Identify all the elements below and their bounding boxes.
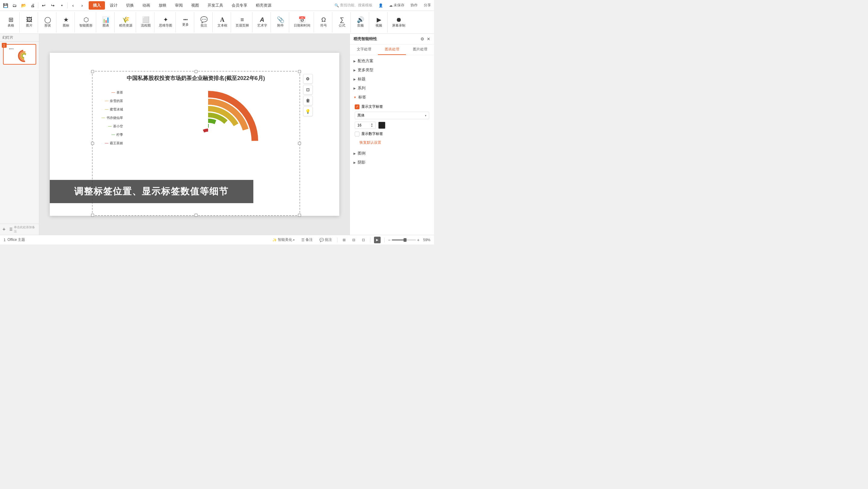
ribbon-btn-shape[interactable]: ◯ 形状	[41, 16, 54, 29]
section-labels[interactable]: ▼ 标签	[350, 93, 434, 102]
ribbon-btn-chart[interactable]: 📊 图表	[99, 16, 113, 29]
ribbon-btn-image[interactable]: 🖼 图片	[23, 16, 36, 29]
handle-tl[interactable]	[91, 70, 94, 73]
tab-switch[interactable]: 切换	[122, 1, 138, 10]
tab-present[interactable]: 放映	[154, 1, 171, 10]
section-shadow[interactable]: ▶ 阴影	[350, 158, 434, 167]
ribbon-btn-screenrecord[interactable]: ⏺ 屏幕录制	[391, 16, 407, 29]
ribbon-btn-daoke[interactable]: 🌾 稻壳资源	[118, 16, 134, 29]
ribbon-btn-audio[interactable]: 🔊 音频	[354, 16, 367, 29]
share-btn[interactable]: 分享	[422, 2, 433, 9]
ribbon-btn-datetime[interactable]: 📅 日期和时间	[292, 16, 312, 29]
slide-panel-tab-label[interactable]: 幻灯片	[2, 35, 13, 40]
ribbon-group-textbox: A 文本框	[214, 12, 231, 33]
handle-br[interactable]	[298, 214, 301, 217]
comment-btn[interactable]: 💬 批注	[318, 237, 334, 243]
float-settings-btn[interactable]: ⚙	[303, 74, 313, 84]
redo-btn[interactable]: ↪	[49, 1, 57, 10]
user-icon: 👤	[378, 3, 383, 7]
open-icon-btn[interactable]: 📂	[19, 1, 28, 10]
panel-close-icon[interactable]: ✕	[427, 36, 430, 41]
ribbon-btn-textbox[interactable]: A 文本框	[216, 16, 229, 29]
section-title[interactable]: ▶ 标题	[350, 75, 434, 84]
tab-design[interactable]: 设计	[105, 1, 122, 10]
arrow-legend: ▶	[353, 152, 356, 155]
smart-beautify-btn[interactable]: ✨ 智能美化 ▾	[271, 237, 296, 243]
save-icon-btn[interactable]: 💾	[1, 1, 10, 10]
ribbon-btn-video[interactable]: ▶ 视频	[372, 16, 385, 29]
float-data-btn[interactable]: ⊡	[303, 85, 313, 94]
insert-tab-active[interactable]: 插入	[89, 1, 105, 10]
tab-animate[interactable]: 动画	[138, 1, 154, 10]
arrow-color-scheme: ▶	[353, 59, 356, 63]
play-btn[interactable]: ▶	[374, 237, 381, 243]
show-number-label-checkbox[interactable]: 显示数字标签	[355, 131, 383, 137]
tab-daoke[interactable]: 稻壳资源	[251, 1, 276, 10]
zoom-slider[interactable]	[392, 239, 416, 240]
ribbon-btn-flow[interactable]: ⬜ 流程图	[139, 16, 152, 29]
search-box[interactable]: 🔍 查找功能、搜索模板	[333, 2, 374, 9]
show-number-label-text: 显示数字标签	[361, 131, 383, 137]
tab-view[interactable]: 视图	[187, 1, 203, 10]
avatar-icon[interactable]: 👤	[377, 2, 385, 8]
float-tip-btn[interactable]: 💡	[303, 107, 313, 116]
add-slide-btn[interactable]: +	[2, 226, 6, 233]
comment-label: 批注	[325, 237, 332, 242]
slide-menu-icon[interactable]: ☰	[9, 227, 13, 232]
section-color-scheme[interactable]: ▶ 配色方案	[350, 56, 434, 65]
tab-text-processing[interactable]: 文字处理	[350, 45, 378, 55]
ribbon-btn-attach[interactable]: 📎 附件	[274, 16, 287, 29]
handle-bl[interactable]	[91, 214, 94, 217]
tab-dev[interactable]: 开发工具	[203, 1, 227, 10]
handle-bc[interactable]	[194, 214, 197, 217]
zoom-slider-thumb[interactable]	[404, 238, 407, 242]
nav-forward[interactable]: ›	[78, 1, 86, 10]
print-icon-btn[interactable]: 🖨	[28, 1, 37, 10]
zoom-in-btn[interactable]: +	[417, 237, 420, 242]
zoom-out-btn[interactable]: −	[388, 237, 391, 242]
show-text-label-checkbox[interactable]: ✓ 显示文字标签	[355, 104, 383, 109]
font-size-input[interactable]: 16 ▲ ▼	[355, 122, 376, 129]
slide-thumb-1[interactable]: 1 融资排名	[3, 44, 36, 65]
section-series[interactable]: ▶ 系列	[350, 84, 434, 93]
section-legend[interactable]: ▶ 图例	[350, 149, 434, 158]
ribbon-btn-comment[interactable]: 💬 批注	[197, 16, 211, 29]
ribbon-btn-mindmap[interactable]: ✦ 思维导图	[157, 16, 174, 29]
font-selector[interactable]: 黑体 ▾	[355, 112, 429, 119]
ribbon-btn-more[interactable]: ••• 更多	[179, 17, 192, 28]
section-more-types[interactable]: ▶ 更多类型	[350, 65, 434, 75]
ribbon-btn-symbol[interactable]: Ω 符号	[317, 16, 330, 29]
stepper-down[interactable]: ▼	[371, 125, 373, 128]
nav-back[interactable]: ‹	[69, 1, 77, 10]
ribbon-btn-table[interactable]: ⊞ 表格	[4, 16, 18, 29]
tab-image-processing[interactable]: 图片处理	[406, 45, 434, 55]
unsaved-btn[interactable]: ☁ 未保存	[387, 2, 406, 9]
handle-tr[interactable]	[298, 70, 301, 73]
notes-btn[interactable]: ☰ 备注	[300, 237, 314, 243]
undo-btn[interactable]: ↩	[39, 1, 48, 10]
ribbon-btn-headerfooter[interactable]: ≡ 页眉页脚	[234, 16, 250, 29]
wordart-label: 艺术字	[257, 23, 267, 28]
font-color-swatch[interactable]	[378, 122, 385, 129]
restore-default-link[interactable]: 恢复默认设置	[355, 139, 429, 146]
tab-chart-processing[interactable]: 图表处理	[378, 45, 406, 55]
view-outline-btn[interactable]: ⊡	[361, 237, 367, 243]
ribbon-btn-icon[interactable]: ★ 图标	[59, 16, 73, 29]
ribbon-group-datetime: 📅 日期和时间	[290, 12, 314, 33]
canvas-area[interactable]: 中国私募股权投资市场奶茶企业融资排名(截至2022年6月) — 喜茶 — 奈雪的…	[39, 34, 349, 235]
saveas-icon-btn[interactable]: 🗂	[10, 1, 19, 10]
tab-review[interactable]: 审阅	[171, 1, 187, 10]
float-delete-btn[interactable]: 🗑	[303, 96, 313, 105]
view-grid-btn[interactable]: ⊟	[351, 237, 357, 243]
collab-btn[interactable]: 协作	[409, 2, 420, 9]
panel-settings-icon[interactable]: ⚙	[421, 36, 424, 41]
ribbon-btn-formula[interactable]: ∑ 公式	[335, 16, 349, 29]
tab-member[interactable]: 会员专享	[227, 1, 251, 10]
ribbon-btn-wordart[interactable]: A 艺术字	[255, 16, 269, 29]
view-normal-btn[interactable]: ⊞	[341, 237, 347, 243]
redo-dropdown[interactable]: ▾	[58, 1, 66, 10]
ribbon-btn-smartart[interactable]: ⬡ 智能图形	[78, 16, 94, 29]
handle-tc[interactable]	[194, 70, 197, 73]
slide-canvas: 中国私募股权投资市场奶茶企业融资排名(截至2022年6月) — 喜茶 — 奈雪的…	[50, 53, 339, 216]
zoom-level-display[interactable]: 59%	[423, 238, 430, 242]
